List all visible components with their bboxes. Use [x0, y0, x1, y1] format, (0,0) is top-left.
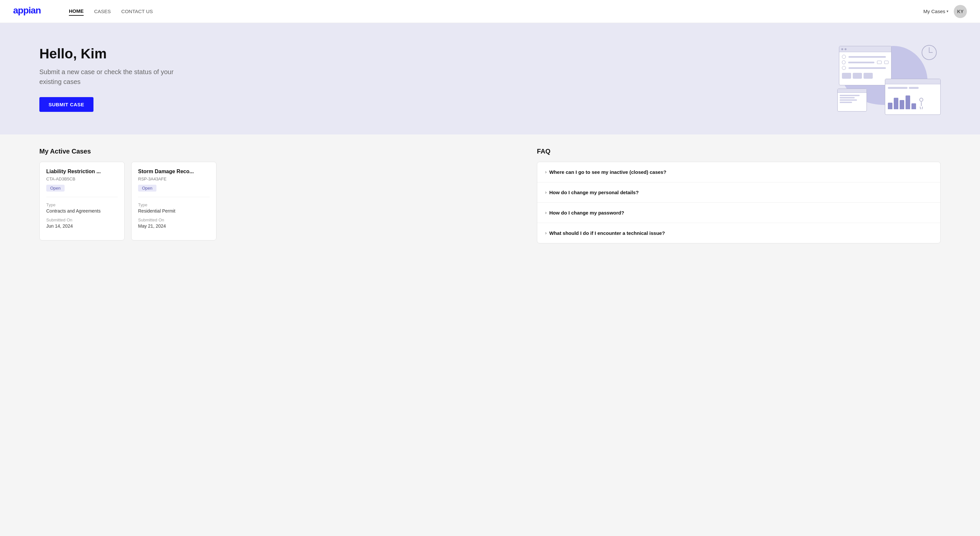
- nav-home[interactable]: HOME: [69, 7, 84, 16]
- case-title-1: Liability Restriction ...: [46, 169, 118, 175]
- case-date-label-1: Submitted On: [46, 218, 118, 223]
- logo: appian: [13, 4, 52, 18]
- navbar: appian HOME CASES CONTACT US My Cases ▾ …: [0, 0, 980, 23]
- faq-question-4: What should I do if I encounter a techni…: [549, 230, 665, 237]
- box-1: [842, 73, 851, 79]
- illustration-clock: [921, 44, 937, 61]
- dot-2: [845, 48, 846, 50]
- faq-chevron-2: ›: [545, 189, 547, 195]
- faq-question-3: How do I change my password?: [549, 209, 624, 216]
- window-2-chart: [885, 84, 940, 112]
- illustration-window-2: [885, 79, 941, 115]
- cases-section-title: My Active Cases: [39, 148, 524, 155]
- faq-question-2: How do I change my personal details?: [549, 189, 639, 196]
- faq-chevron-4: ›: [545, 230, 547, 235]
- nav-links: HOME CASES CONTACT US: [69, 7, 923, 16]
- case-id-1: CTA-AD3B5CB: [46, 177, 118, 181]
- dot-1: [841, 48, 843, 50]
- faq-question-1: Where can I go to see my inactive (close…: [549, 169, 667, 175]
- faq-chevron-3: ›: [545, 210, 547, 215]
- case-title-2: Storm Damage Reco...: [138, 169, 210, 175]
- box-3: [864, 73, 873, 79]
- svg-text:appian: appian: [13, 5, 41, 16]
- hero-section: Hello, Kim Submit a new case or check th…: [0, 23, 980, 135]
- hero-illustration: [836, 43, 941, 115]
- submit-case-button[interactable]: SUBMIT CASE: [39, 97, 94, 112]
- case-divider-1: [46, 197, 118, 197]
- faq-card: › Where can I go to see my inactive (clo…: [537, 162, 941, 243]
- chevron-down-icon: ▾: [947, 9, 948, 13]
- line-3: [848, 67, 886, 69]
- my-cases-label: My Cases: [923, 8, 945, 14]
- faq-section: FAQ › Where can I go to see my inactive …: [537, 148, 941, 243]
- case-date-value-1: Jun 14, 2024: [46, 223, 118, 229]
- avatar: KY: [954, 5, 967, 18]
- case-type-label-1: Type: [46, 202, 118, 207]
- faq-section-title: FAQ: [537, 148, 941, 155]
- case-type-value-1: Contracts and Agreements: [46, 208, 118, 213]
- main-content: My Active Cases Liability Restriction ..…: [0, 135, 980, 256]
- case-status-2: Open: [138, 184, 156, 192]
- case-date-value-2: May 21, 2024: [138, 223, 210, 229]
- faq-item-1[interactable]: › Where can I go to see my inactive (clo…: [537, 162, 940, 182]
- faq-item-3[interactable]: › How do I change my password?: [537, 203, 940, 223]
- faq-item-2[interactable]: › How do I change my personal details?: [537, 182, 940, 203]
- faq-chevron-1: ›: [545, 169, 547, 175]
- hero-greeting: Hello, Kim: [39, 46, 177, 62]
- faq-item-4[interactable]: › What should I do if I encounter a tech…: [537, 223, 940, 243]
- window-1-content: [839, 52, 891, 81]
- hero-content: Hello, Kim Submit a new case or check th…: [39, 46, 177, 112]
- line-1: [848, 56, 886, 58]
- navbar-right: My Cases ▾ KY: [923, 5, 967, 18]
- case-card-1[interactable]: Liability Restriction ... CTA-AD3B5CB Op…: [39, 162, 125, 240]
- cases-section: My Active Cases Liability Restriction ..…: [39, 148, 524, 243]
- nav-contact[interactable]: CONTACT US: [121, 7, 153, 16]
- illustration-window-1: [839, 46, 891, 85]
- box-2: [853, 73, 862, 79]
- hero-subtitle: Submit a new case or check the status of…: [39, 67, 177, 87]
- case-status-1: Open: [46, 184, 65, 192]
- case-type-value-2: Residential Permit: [138, 208, 210, 213]
- case-type-label-2: Type: [138, 202, 210, 207]
- case-id-2: RSP-3A43AFE: [138, 177, 210, 181]
- cases-grid: Liability Restriction ... CTA-AD3B5CB Op…: [39, 162, 524, 240]
- case-card-2[interactable]: Storm Damage Reco... RSP-3A43AFE Open Ty…: [131, 162, 216, 240]
- case-divider-2: [138, 197, 210, 197]
- illustration-panel-3: [837, 89, 867, 111]
- nav-cases[interactable]: CASES: [94, 7, 111, 16]
- illus-boxes: [842, 73, 888, 79]
- appian-logo: appian: [13, 8, 52, 18]
- line-2: [848, 62, 874, 63]
- case-date-label-2: Submitted On: [138, 218, 210, 223]
- window-2-header: [885, 79, 940, 84]
- my-cases-dropdown[interactable]: My Cases ▾: [923, 8, 948, 14]
- window-1-header: [839, 46, 891, 52]
